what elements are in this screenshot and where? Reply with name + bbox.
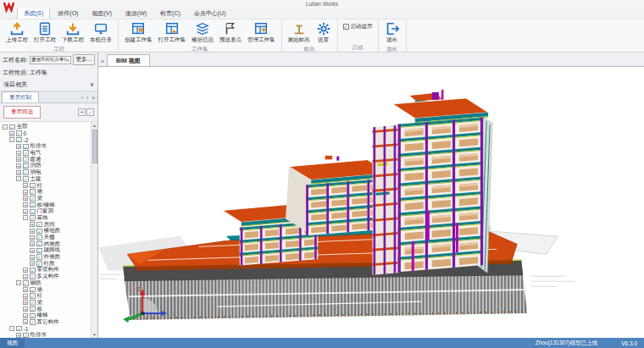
expand-toggle-icon[interactable]: +: [16, 163, 21, 168]
ribbon-button[interactable]: 退出: [383, 20, 402, 45]
tree-item[interactable]: +✓柱: [0, 293, 91, 300]
bim-view-tab[interactable]: BIM 视图: [107, 54, 150, 66]
tree-item[interactable]: +✓其它构件: [0, 319, 91, 326]
tree-checkbox[interactable]: ✓: [30, 209, 36, 215]
tree-item[interactable]: +✓给排水: [0, 143, 91, 150]
tree-item[interactable]: +✓柱: [0, 182, 91, 189]
expand-toggle-icon[interactable]: +: [30, 255, 35, 260]
ribbon-button[interactable]: 设置: [314, 20, 333, 45]
tree-checkbox[interactable]: ✓: [36, 235, 42, 240]
collapse-toggle-icon[interactable]: -: [23, 215, 28, 220]
expand-toggle-icon[interactable]: +: [23, 268, 28, 273]
menu-item[interactable]: 漫游(W): [119, 8, 153, 19]
expand-toggle-icon[interactable]: +: [23, 287, 28, 292]
expand-all-button[interactable]: +: [78, 108, 86, 116]
ribbon-button[interactable]: 管理工作集: [246, 20, 277, 45]
tree-checkbox[interactable]: ✓: [30, 293, 36, 299]
collapse-toggle-icon[interactable]: -: [16, 176, 21, 181]
tree-checkbox[interactable]: ✓: [30, 196, 36, 202]
tree-checkbox[interactable]: ✓: [23, 144, 29, 150]
tree-item[interactable]: +✓多义构件: [0, 273, 91, 280]
tree-item[interactable]: +✓给排水: [0, 332, 91, 338]
scrollbar-thumb[interactable]: [92, 130, 97, 163]
scroll-down-icon[interactable]: ▼: [92, 331, 97, 338]
ribbon-button[interactable]: 上传工程: [4, 20, 30, 45]
tree-checkbox[interactable]: ✓: [23, 150, 29, 156]
tree-checkbox[interactable]: ✓: [36, 222, 42, 228]
ribbon-button[interactable]: 打开工程: [32, 20, 58, 45]
tab-close-icon[interactable]: ×: [91, 95, 96, 101]
expand-toggle-icon[interactable]: +: [30, 241, 35, 246]
expand-toggle-icon[interactable]: +: [23, 294, 28, 299]
expand-toggle-icon[interactable]: +: [30, 222, 35, 227]
collapse-toggle-icon[interactable]: -: [9, 137, 14, 142]
ribbon-button[interactable]: 预设基点: [218, 20, 243, 45]
tab-prev-icon[interactable]: ‹: [80, 95, 84, 101]
collapse-all-button[interactable]: -: [86, 108, 94, 116]
tree-item[interactable]: +✓0: [0, 130, 91, 137]
bim-model-canvas[interactable]: Z X: [98, 67, 644, 338]
tree-checkbox[interactable]: ✓: [30, 183, 36, 189]
expand-toggle-icon[interactable]: +: [23, 209, 28, 214]
tree-checkbox[interactable]: ✓: [30, 319, 36, 325]
tree-item[interactable]: +✓墙: [0, 286, 91, 293]
tab-display-control[interactable]: 显示控制: [2, 91, 39, 102]
expand-toggle-icon[interactable]: +: [23, 307, 28, 312]
expand-toggle-icon[interactable]: +: [23, 183, 28, 188]
tree-item[interactable]: +✓墙: [0, 189, 91, 196]
tree-checkbox[interactable]: ✓: [23, 157, 29, 163]
tab-next-icon[interactable]: ›: [86, 95, 89, 101]
more-button[interactable]: 更多...: [73, 54, 95, 65]
expand-toggle-icon[interactable]: +: [30, 261, 35, 266]
expand-toggle-icon[interactable]: +: [23, 274, 28, 279]
tree-checkbox[interactable]: ✓: [30, 202, 36, 208]
tree-checkbox[interactable]: ✓: [36, 254, 42, 260]
ribbon-button[interactable]: 楼层信息: [190, 20, 215, 45]
ribbon-button[interactable]: 本机任务: [88, 20, 114, 45]
expand-toggle-icon[interactable]: +: [23, 202, 28, 207]
ribbon-button[interactable]: 原始标高: [286, 20, 312, 45]
ribbon-button[interactable]: 打开工作集: [157, 20, 188, 45]
expand-toggle-icon[interactable]: +: [23, 196, 28, 201]
tree-checkbox[interactable]: ✓: [30, 313, 36, 319]
tree-checkbox[interactable]: ✓: [30, 307, 36, 312]
tree-checkbox[interactable]: ✓: [30, 268, 36, 273]
ribbon-button[interactable]: 下载工程: [60, 20, 86, 45]
tree-checkbox[interactable]: ✓: [23, 176, 29, 182]
expand-toggle-icon[interactable]: +: [16, 333, 21, 338]
expand-toggle-icon[interactable]: +: [23, 319, 28, 324]
tree-checkbox[interactable]: ✓: [30, 189, 36, 195]
tree-item[interactable]: +✓暖通: [0, 156, 91, 163]
tree-checkbox[interactable]: ✓: [36, 248, 42, 254]
tree-item[interactable]: -✓钢筋: [0, 280, 91, 287]
tree-checkbox[interactable]: ✓: [16, 137, 22, 143]
project-related-section[interactable]: 项目相关 ∨: [0, 79, 97, 91]
tree-checkbox[interactable]: ✓: [36, 229, 42, 235]
menu-item[interactable]: 检查(C): [154, 8, 186, 19]
tree-checkbox[interactable]: ✓: [30, 215, 36, 221]
tree-item[interactable]: -✓全部: [0, 124, 91, 130]
tree-item[interactable]: +✓梁: [0, 300, 91, 307]
expand-toggle-icon[interactable]: +: [30, 235, 35, 240]
startup-tip-checkbox[interactable]: ✓启动提示: [343, 23, 373, 30]
tree-checkbox[interactable]: ✓: [30, 300, 36, 306]
scroll-up-icon[interactable]: ▲: [92, 122, 97, 129]
ribbon-button[interactable]: 创建工作集: [123, 20, 154, 45]
display-filter-button[interactable]: 显示筛选: [3, 106, 41, 119]
expand-toggle-icon[interactable]: +: [23, 300, 28, 305]
tree-checkbox[interactable]: ✓: [9, 124, 15, 130]
tree-checkbox[interactable]: ✓: [30, 287, 36, 293]
expand-toggle-icon[interactable]: +: [30, 248, 35, 253]
collapse-toggle-icon[interactable]: -: [3, 124, 8, 130]
menu-item[interactable]: 操作(O): [52, 8, 84, 19]
tree-scrollbar[interactable]: ▲ ▼: [91, 122, 97, 338]
expand-toggle-icon[interactable]: +: [16, 151, 21, 156]
expand-toggle-icon[interactable]: +: [30, 229, 35, 234]
expand-toggle-icon[interactable]: +: [23, 190, 28, 195]
tree-checkbox[interactable]: ✓: [36, 241, 42, 247]
menu-item[interactable]: 视图(V): [86, 8, 117, 19]
tree-item[interactable]: -✓土建: [0, 176, 91, 183]
tree-item[interactable]: +✓弱电: [0, 169, 91, 176]
tree-item[interactable]: +✓消防: [0, 163, 91, 169]
tree-checkbox[interactable]: ✓: [23, 169, 29, 175]
